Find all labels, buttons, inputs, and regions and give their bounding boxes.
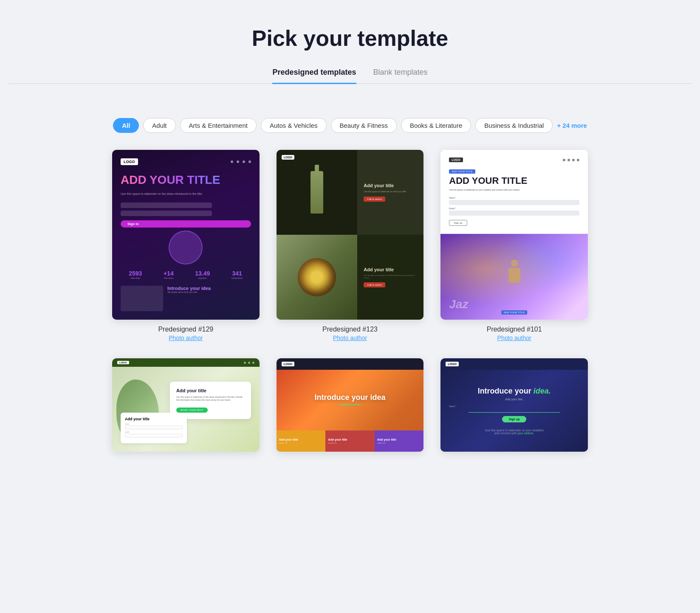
tmpl-bl-sub-title: Add your title: [125, 417, 183, 421]
page-title: Pick your template: [8, 25, 692, 51]
template-card-101: LOGO ADD YOUR TITLE ADD YOUR TITLE Use t…: [440, 150, 588, 341]
template-preview-123[interactable]: LOGO Add your title Use this space to el…: [277, 150, 424, 320]
filter-books[interactable]: Books & Literature: [401, 118, 471, 133]
tmpl-bl-card-text: Use this space to elaborate on the ideas…: [176, 396, 245, 402]
tmpl-bc-block2: Add your title: [328, 438, 372, 441]
page-header: Pick your template Predesigned templates…: [0, 0, 700, 110]
tmpl-129-stat3: 13.49: [195, 270, 210, 277]
tmpl-123-logo: LOGO: [282, 155, 295, 160]
template-card-bottom-right: LOGO Introduce your idea. Add your title…: [440, 358, 588, 452]
tabs-container: Predesigned templates Blank templates: [8, 68, 692, 84]
tmpl-br-logo: LOGO: [446, 362, 459, 366]
filter-adult[interactable]: Adult: [143, 118, 175, 133]
tmpl-129-stat2: +14: [164, 270, 174, 277]
tmpl-br-hero-sub: Add your title.: [505, 398, 523, 401]
tmpl-129-form1: [121, 202, 212, 208]
template-preview-101[interactable]: LOGO ADD YOUR TITLE ADD YOUR TITLE Use t…: [440, 150, 588, 320]
tmpl-101-badge: ADD YOUR TITLE: [449, 169, 475, 174]
template-author-129[interactable]: Photo author: [169, 335, 203, 341]
tab-predesigned[interactable]: Predesigned templates: [272, 68, 356, 84]
tmpl-123-salad: [298, 258, 336, 296]
tmpl-123-desc-btn: Call to action: [364, 282, 385, 287]
tmpl-br-hero-title: Introduce your idea.: [478, 387, 551, 396]
tmpl-bc-hero-title: Introduce your idea: [314, 393, 385, 402]
tmpl-br-btn: Sign up: [502, 416, 527, 422]
template-preview-bottom-center[interactable]: LOGO Introduce your idea Add your title …: [277, 358, 424, 452]
tmpl-123-title: Add your title: [364, 183, 417, 188]
template-card-123: LOGO Add your title Use this space to el…: [277, 150, 424, 341]
filter-arts[interactable]: Arts & Entertainment: [180, 118, 257, 133]
tmpl-129-btn: Sign in: [121, 220, 251, 228]
tmpl-101-jazz: Jaz: [449, 298, 468, 311]
template-card-bottom-left: LOGO Add your title Use this space to el…: [112, 358, 260, 452]
template-preview-129[interactable]: LOGO ADD YOUR TITLE Use this space to el…: [112, 150, 260, 320]
tmpl-129-title: ADD YOUR TITLE: [121, 174, 251, 187]
tmpl-bl-card-btn: BOOK YOUR SPOT: [176, 408, 208, 413]
tmpl-123-text: Use this space to elaborate on what you …: [364, 190, 417, 193]
tmpl-129-subtitle: Use this space to elaborate on the ideas…: [121, 192, 251, 196]
tmpl-129-form2: [121, 211, 212, 216]
filters-row: All Adult Arts & Entertainment Autos & V…: [0, 110, 700, 141]
tmpl-123-btn: Call to action: [364, 197, 385, 202]
tmpl-bc-block1: Add your title: [279, 438, 323, 441]
template-name-101: Predesigned #101: [487, 326, 542, 333]
tmpl-101-signup: Sign up: [449, 220, 467, 226]
page-wrapper: Pick your template Predesigned templates…: [0, 0, 700, 452]
tmpl-129-intro: Introduce your idea: [167, 286, 211, 291]
template-name-129: Predesigned #129: [158, 326, 213, 333]
tmpl-bl-card-title: Add your title: [176, 388, 245, 393]
template-name-123: Predesigned #123: [322, 326, 378, 333]
tmpl-bl-logo: LOGO: [117, 361, 129, 364]
filter-autos[interactable]: Autos & Vehicles: [261, 118, 327, 133]
tmpl-129-logo: LOGO: [121, 158, 138, 165]
filter-beauty[interactable]: Beauty & Fitness: [331, 118, 397, 133]
template-card-bottom-center: LOGO Introduce your idea Add your title …: [277, 358, 424, 452]
tab-blank[interactable]: Blank templates: [373, 68, 428, 84]
tmpl-123-bottle: [310, 171, 323, 214]
tmpl-129-stat4: 341: [232, 270, 242, 277]
templates-grid: LOGO ADD YOUR TITLE Use this space to el…: [95, 150, 605, 452]
more-link[interactable]: + 24 more: [557, 122, 587, 129]
template-author-101[interactable]: Photo author: [497, 335, 531, 341]
tmpl-129-img: [121, 286, 163, 311]
tmpl-101-logo: LOGO: [449, 157, 463, 162]
template-card-129: LOGO ADD YOUR TITLE Use this space to el…: [112, 150, 260, 341]
template-author-123[interactable]: Photo author: [333, 335, 367, 341]
tmpl-123-desc-title: Add your title: [364, 267, 417, 272]
tmpl-bc-logo: LOGO: [282, 362, 295, 366]
template-preview-bottom-left[interactable]: LOGO Add your title Use this space to el…: [112, 358, 260, 452]
filter-business[interactable]: Business & Industrial: [475, 118, 553, 133]
tmpl-bc-block3: Add your title: [377, 438, 421, 441]
tmpl-101-big-title: ADD YOUR TITLE: [449, 176, 579, 186]
tmpl-101-subtitle: Use this space to elaborate on your head…: [449, 188, 579, 191]
tmpl-129-stat1: 2593: [129, 270, 142, 277]
tmpl-129-circle: [169, 231, 203, 264]
template-preview-bottom-right[interactable]: LOGO Introduce your idea. Add your title…: [440, 358, 588, 452]
filter-all[interactable]: All: [113, 118, 139, 133]
